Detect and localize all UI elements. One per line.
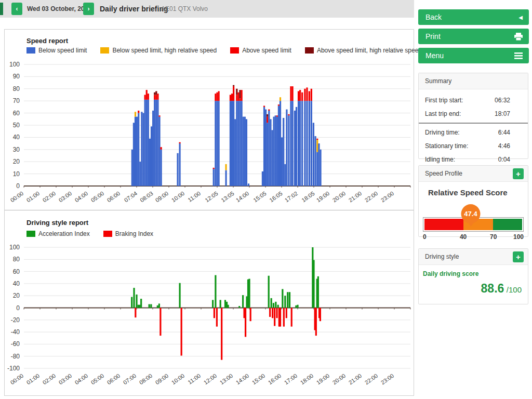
svg-text:13:00: 13:00: [219, 373, 234, 386]
svg-text:15:05: 15:05: [252, 190, 267, 204]
svg-text:06:00: 06:00: [106, 373, 121, 386]
gauge-tick-label: 70: [490, 233, 497, 241]
svg-text:05:00: 05:00: [90, 373, 105, 386]
svg-text:0: 0: [16, 182, 20, 190]
svg-text:22:00: 22:00: [364, 373, 379, 386]
svg-text:12:00: 12:00: [203, 373, 218, 386]
svg-text:02:00: 02:00: [42, 190, 57, 204]
svg-text:90: 90: [13, 73, 20, 80]
page-title: Daily driver briefing: [100, 0, 168, 18]
gauge-tick-label: 0: [423, 233, 427, 241]
svg-text:16:05: 16:05: [268, 190, 283, 204]
relative-speed-score-gauge: 47.4 04070100: [423, 217, 524, 241]
svg-text:60: 60: [13, 268, 20, 275]
svg-text:20: 20: [13, 292, 20, 299]
svg-text:-40: -40: [11, 328, 20, 336]
svg-text:18:00: 18:00: [299, 373, 314, 386]
svg-text:60: 60: [13, 110, 20, 117]
svg-text:01:00: 01:00: [25, 373, 41, 386]
charts-panel: Speed report Below speed limitBelow spee…: [4, 29, 414, 396]
print-button[interactable]: Print: [418, 29, 529, 44]
print-button-label: Print: [425, 32, 441, 41]
svg-text:11:00: 11:00: [187, 190, 202, 203]
svg-text:30: 30: [13, 146, 20, 153]
driving-style-section: Driving style report Acceleration IndexB…: [5, 210, 414, 395]
svg-text:15:00: 15:00: [251, 373, 266, 386]
svg-text:20:00: 20:00: [331, 373, 347, 386]
svg-text:00:00: 00:00: [9, 190, 24, 204]
svg-text:80: 80: [13, 85, 20, 92]
svg-text:-80: -80: [11, 353, 20, 360]
daily-driving-score-label: Daily driving score: [419, 265, 528, 277]
svg-text:04:00: 04:00: [74, 190, 89, 204]
svg-text:18:05: 18:05: [300, 190, 315, 204]
svg-text:19:00: 19:00: [315, 190, 330, 204]
svg-text:80: 80: [13, 256, 20, 263]
back-arrow-icon: ◀: [518, 15, 523, 20]
svg-text:03:00: 03:00: [58, 190, 73, 204]
summary-row: First trip start:06:32: [419, 94, 528, 107]
svg-text:50: 50: [13, 122, 20, 129]
svg-text:00:00: 00:00: [9, 373, 24, 386]
svg-text:40: 40: [13, 134, 20, 141]
svg-text:08:00: 08:00: [138, 373, 153, 386]
svg-text:14:00: 14:00: [235, 373, 250, 386]
menu-button-label: Menu: [425, 51, 444, 60]
expand-speed-profile-button[interactable]: +: [513, 168, 524, 179]
vehicle-label: AE01 QTX Volvo: [161, 0, 208, 18]
svg-text:22:00: 22:00: [364, 190, 379, 204]
svg-text:10:00: 10:00: [170, 373, 185, 386]
svg-text:11:00: 11:00: [187, 373, 202, 385]
summary-row: Idling time:0:04: [419, 153, 528, 166]
back-button-label: Back: [425, 13, 442, 21]
svg-text:100: 100: [9, 244, 20, 251]
svg-text:23:00: 23:00: [380, 373, 395, 386]
summary-body: First trip start:06:32Last trip end:18:0…: [419, 89, 528, 169]
svg-text:10: 10: [13, 170, 20, 178]
svg-text:21:00: 21:00: [348, 373, 363, 386]
svg-text:23:00: 23:00: [380, 190, 395, 204]
svg-text:17:02: 17:02: [284, 190, 299, 204]
svg-text:-100: -100: [7, 365, 20, 372]
speed-profile-panel: Speed Profile + Relative Speed Score 47.…: [418, 165, 528, 237]
daily-driving-score-value: 88.6 /100: [419, 277, 528, 296]
summary-row: Driving time:6:44: [419, 126, 528, 139]
speed-report-chart: 010203040506070809010000:0001:0002:0003:…: [5, 30, 414, 210]
svg-text:-60: -60: [11, 340, 20, 348]
summary-row: Last trip end:18:07: [419, 107, 528, 121]
svg-text:07:04: 07:04: [123, 190, 138, 204]
svg-text:03:00: 03:00: [58, 373, 73, 386]
svg-text:21:00: 21:00: [348, 190, 363, 204]
svg-text:19:00: 19:00: [315, 373, 330, 386]
svg-text:100: 100: [9, 61, 20, 68]
svg-text:09:00: 09:00: [154, 190, 169, 204]
svg-text:07:00: 07:00: [122, 373, 137, 386]
summary-panel-header: Summary: [419, 73, 528, 89]
gauge-value-balloon: 47.4: [461, 204, 481, 223]
previous-day-button[interactable]: ‹: [11, 3, 22, 15]
speed-profile-panel-header: Speed Profile +: [419, 166, 528, 182]
menu-button[interactable]: Menu: [418, 48, 529, 63]
svg-text:02:00: 02:00: [42, 373, 57, 386]
svg-text:20: 20: [13, 158, 20, 165]
sidebar-edge-strip[interactable]: [0, 3, 3, 15]
hamburger-menu-icon: [514, 52, 523, 59]
summary-panel: Summary First trip start:06:32Last trip …: [418, 73, 528, 159]
next-day-button[interactable]: ›: [83, 3, 94, 15]
gauge-segment: [493, 219, 522, 230]
gauge-tick-label: 100: [513, 233, 524, 241]
gauge-tick-labels: 04070100: [423, 233, 524, 242]
svg-text:05:00: 05:00: [90, 190, 105, 204]
expand-driving-style-button[interactable]: +: [513, 251, 524, 262]
svg-text:0: 0: [16, 304, 20, 312]
driving-style-chart: -100-80-60-40-2002040608010000:0001:0002…: [5, 210, 414, 395]
back-button[interactable]: Back ◀: [418, 9, 529, 25]
svg-text:12:05: 12:05: [204, 190, 219, 204]
svg-text:-20: -20: [11, 316, 20, 324]
speed-report-section: Speed report Below speed limitBelow spee…: [5, 30, 414, 210]
svg-text:08:03: 08:03: [139, 190, 154, 204]
summary-title: Summary: [425, 77, 451, 85]
score-denominator: /100: [507, 285, 522, 294]
svg-text:16:00: 16:00: [267, 373, 282, 386]
svg-text:70: 70: [13, 97, 20, 104]
